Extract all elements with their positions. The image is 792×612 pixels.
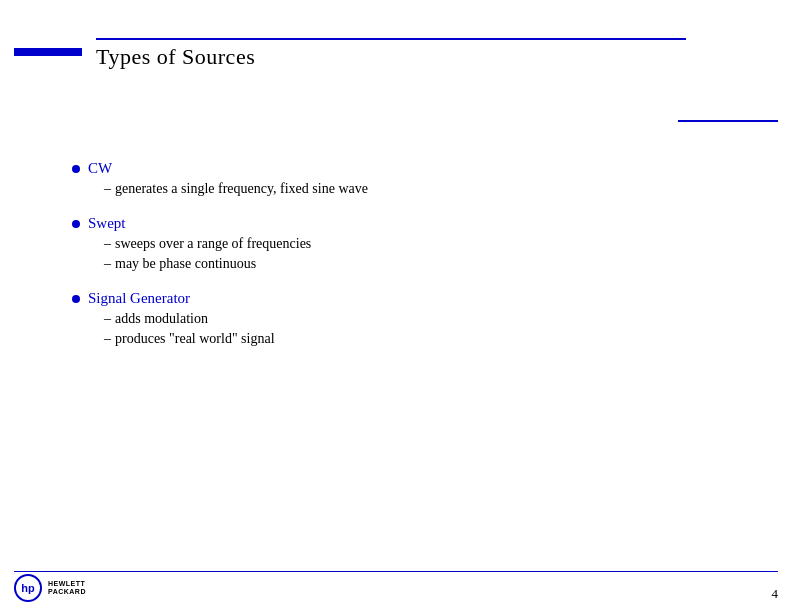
sub-text-swept-1: may be phase continuous [115,256,256,272]
sub-item-swept-1: – may be phase continuous [104,256,752,272]
bullet-row-cw: CW [72,160,752,177]
sub-text-cw-0: generates a single frequency, fixed sine… [115,181,368,197]
dash-swept-1: – [104,256,111,272]
bullet-row-swept: Swept [72,215,752,232]
top-right-blue-line [678,120,778,122]
dash-cw-0: – [104,181,111,197]
main-content: CW – generates a single frequency, fixed… [72,160,752,365]
bullet-swept: Swept – sweeps over a range of frequenci… [72,215,752,272]
sub-item-sg-0: – adds modulation [104,311,752,327]
dash-sg-1: – [104,331,111,347]
left-blue-bar [14,48,82,56]
sub-text-swept-0: sweeps over a range of frequencies [115,236,311,252]
bullet-label-swept: Swept [88,215,126,232]
hp-logo: hp HEWLETT PACKARD [14,574,86,602]
dash-sg-0: – [104,311,111,327]
bullet-cw: CW – generates a single frequency, fixed… [72,160,752,197]
dash-swept-0: – [104,236,111,252]
page-title: Types of Sources [96,44,255,70]
bullet-row-signal-generator: Signal Generator [72,290,752,307]
bullet-dot-swept [72,220,80,228]
sub-item-swept-0: – sweeps over a range of frequencies [104,236,752,252]
company-name: HEWLETT PACKARD [48,580,86,597]
bottom-line [14,571,778,572]
sub-item-sg-1: – produces "real world" signal [104,331,752,347]
hp-circle-icon: hp [14,574,42,602]
bullet-signal-generator: Signal Generator – adds modulation – pro… [72,290,752,347]
bullet-label-signal-generator: Signal Generator [88,290,190,307]
sub-text-sg-1: produces "real world" signal [115,331,275,347]
sub-item-cw-0: – generates a single frequency, fixed si… [104,181,752,197]
bullet-dot-signal-generator [72,295,80,303]
top-blue-line [96,38,686,40]
bullet-dot-cw [72,165,80,173]
page-number: 4 [772,586,779,602]
sub-text-sg-0: adds modulation [115,311,208,327]
bullet-label-cw: CW [88,160,112,177]
